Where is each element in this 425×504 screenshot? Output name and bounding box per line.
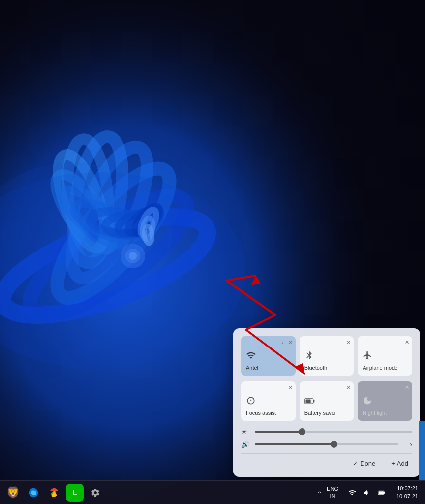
focus-icon [246,396,291,408]
wifi-pin-icon[interactable]: ✕ [288,339,293,346]
wifi-tile[interactable]: ✕ › Airtel [241,336,296,376]
svg-rect-32 [384,492,385,494]
battery-pin-icon[interactable]: ✕ [346,384,351,391]
brave-icon[interactable]: 🦁 [4,484,22,502]
wifi-icon [246,350,291,363]
done-button[interactable]: ✓ Done [349,458,379,469]
volume-slider-row: 🔊 › [241,441,412,448]
airplane-icon [363,350,407,363]
system-tray[interactable] [342,484,392,502]
add-button[interactable]: + Add [387,458,412,469]
airplane-tile[interactable]: ✕ Airplane mode [358,336,412,376]
blue-rect-indicator [419,421,425,480]
brightness-slider-row: ☀ [241,428,412,436]
bluetooth-pin-icon[interactable]: ✕ [346,339,351,346]
quick-settings-panel: ✕ › Airtel ✕ Bluetooth [233,328,420,477]
nightlight-tile[interactable]: ✕ Night light [358,381,412,421]
bluetooth-tile[interactable]: ✕ Bluetooth [300,336,354,376]
svg-rect-27 [305,400,310,403]
clock-date: 10-07-21 [396,493,418,500]
airplane-label: Airplane mode [363,365,407,371]
done-label: Done [360,460,375,467]
chrome-icon[interactable] [45,484,63,502]
bluetooth-label: Bluetooth [304,365,349,371]
volume-fill [255,443,334,445]
svg-rect-26 [313,400,314,402]
nightlight-label: Night light [363,410,407,416]
line-icon[interactable]: L [66,484,84,502]
edge-icon[interactable] [25,484,42,502]
volume-tray-icon[interactable] [360,486,374,500]
nightlight-icon [363,396,407,408]
battery-label: Battery saver [304,410,349,416]
volume-icon: 🔊 [241,441,251,448]
bluetooth-icon [304,350,349,363]
desktop: ✕ › Airtel ✕ Bluetooth [0,0,425,504]
overflow-chevron[interactable]: ^ [316,488,323,498]
wifi-expand-icon[interactable]: › [282,339,284,345]
volume-thumb[interactable] [331,441,337,448]
battery-tray-icon[interactable] [375,486,389,500]
focus-label: Focus assist [246,410,291,416]
taskbar-right: ^ ENG IN [316,484,421,502]
add-label: Add [397,460,408,467]
wifi-label: Airtel [246,365,291,371]
add-plus-icon: + [391,460,395,467]
brightness-thumb[interactable] [299,428,305,435]
svg-rect-33 [378,491,383,494]
battery-tile[interactable]: ✕ Battery saver [300,381,354,421]
taskbar-left: 🦁 L [4,484,104,502]
lang-line2: IN [327,493,338,500]
focus-pin-icon[interactable]: ✕ [288,384,293,391]
clock[interactable]: 10:07:21 10-07-21 [394,484,421,501]
brightness-icon: ☀ [241,428,251,436]
volume-track[interactable] [255,443,398,445]
battery-icon [304,397,349,408]
brightness-fill [255,431,302,433]
clock-time: 10:07:21 [396,485,418,492]
quick-settings-grid-top: ✕ › Airtel ✕ Bluetooth [241,336,412,376]
lang-line1: ENG [327,485,338,492]
quick-settings-footer: ✓ Done + Add [241,453,412,469]
taskbar: 🦁 L [0,480,425,504]
brightness-track[interactable] [255,431,412,433]
nightlight-pin-icon[interactable]: ✕ [405,384,409,391]
language-indicator[interactable]: ENG IN [325,484,340,501]
volume-expand-icon[interactable]: › [402,441,412,448]
settings-icon[interactable] [87,484,104,502]
done-check-icon: ✓ [353,460,358,467]
wifi-tray-icon[interactable] [345,486,359,500]
quick-settings-grid-bottom: ✕ Focus assist ✕ Batte [241,381,412,421]
focus-tile[interactable]: ✕ Focus assist [241,381,296,421]
airplane-pin-icon[interactable]: ✕ [405,339,409,346]
